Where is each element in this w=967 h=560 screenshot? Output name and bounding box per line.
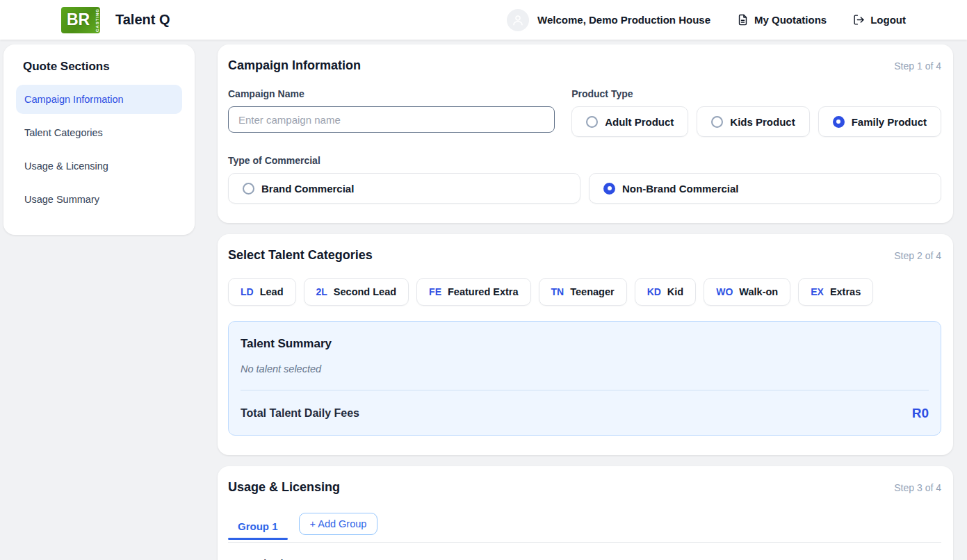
- commercial-option-brand-label: Brand Commercial: [261, 183, 354, 195]
- product-option-kids[interactable]: Kids Product: [697, 106, 809, 137]
- commercial-type-label: Type of Commercial: [228, 155, 941, 166]
- step-indicator-2: Step 2 of 4: [894, 250, 941, 261]
- category-button-second-lead[interactable]: 2L Second Lead: [304, 278, 409, 306]
- top-navbar: BR CASTING Talent Q Welcome, Demo Produc…: [0, 0, 967, 40]
- usage-licensing-card: Usage & Licensing Step 3 of 4 Group 1 + …: [218, 466, 953, 560]
- category-button-extras[interactable]: EX Extras: [798, 278, 873, 306]
- talent-summary-title: Talent Summary: [241, 337, 929, 351]
- step-indicator-1: Step 1 of 4: [894, 60, 941, 72]
- brand-logo: BR CASTING: [61, 7, 100, 33]
- campaign-name-input[interactable]: [228, 106, 555, 133]
- logout-button[interactable]: Logout: [853, 14, 906, 26]
- radio-checked-icon: [603, 183, 615, 195]
- brand-logo-subtext: CASTING: [95, 8, 99, 32]
- radio-unchecked-icon: [586, 116, 598, 128]
- category-label: Lead: [260, 286, 284, 297]
- product-option-kids-label: Kids Product: [730, 116, 795, 128]
- sidebar-item-talent-categories[interactable]: Talent Categories: [16, 118, 182, 147]
- talent-categories-title: Select Talent Categories: [228, 248, 373, 263]
- category-label: Second Lead: [334, 286, 396, 297]
- sidebar-item-usage-summary[interactable]: Usage Summary: [16, 185, 182, 214]
- commercial-option-brand[interactable]: Brand Commercial: [228, 173, 580, 204]
- radio-unchecked-icon: [711, 116, 723, 128]
- document-icon: [737, 14, 749, 26]
- category-label: Walk-on: [739, 286, 778, 297]
- product-option-family[interactable]: Family Product: [818, 106, 941, 137]
- category-code: 2L: [316, 286, 327, 297]
- category-code: FE: [429, 286, 441, 297]
- campaign-name-label: Campaign Name: [228, 88, 555, 99]
- commercial-option-nonbrand[interactable]: Non-Brand Commercial: [589, 173, 941, 204]
- category-label: Extras: [830, 286, 861, 297]
- sidebar-title: Quote Sections: [23, 60, 182, 74]
- category-code: TN: [551, 286, 564, 297]
- category-code: LD: [241, 286, 254, 297]
- radio-checked-icon: [833, 116, 845, 128]
- brand-logo-text: BR: [67, 10, 90, 29]
- user-avatar-icon: [507, 9, 529, 31]
- logout-icon: [853, 14, 865, 26]
- talent-summary-panel: Talent Summary No talent selected Total …: [228, 321, 941, 436]
- product-option-family-label: Family Product: [852, 116, 927, 128]
- add-group-button[interactable]: + Add Group: [299, 513, 378, 535]
- product-option-adult-label: Adult Product: [605, 116, 674, 128]
- commercial-option-nonbrand-label: Non-Brand Commercial: [622, 183, 739, 195]
- category-label: Teenager: [570, 286, 614, 297]
- category-button-featured-extra[interactable]: FE Featured Extra: [416, 278, 530, 306]
- group-tabs: Group 1 + Add Group: [228, 513, 941, 543]
- user-greeting: Welcome, Demo Production House: [507, 9, 710, 31]
- product-option-adult[interactable]: Adult Product: [571, 106, 688, 137]
- category-label: Kid: [667, 286, 683, 297]
- talent-categories-card: Select Talent Categories Step 2 of 4 LD …: [218, 234, 953, 455]
- category-button-lead[interactable]: LD Lead: [228, 278, 296, 306]
- sidebar-item-campaign-information[interactable]: Campaign Information: [16, 85, 182, 114]
- total-fees-label: Total Talent Daily Fees: [241, 407, 359, 420]
- sidebar-item-usage-licensing[interactable]: Usage & Licensing: [16, 151, 182, 181]
- talent-summary-empty-text: No talent selected: [241, 363, 929, 390]
- my-quotations-button[interactable]: My Quotations: [737, 14, 827, 26]
- radio-unchecked-icon: [243, 183, 254, 195]
- quote-sections-sidebar: Quote Sections Campaign Information Tale…: [3, 44, 195, 235]
- category-button-walk-on[interactable]: WO Walk-on: [704, 278, 790, 306]
- talent-category-list: LD Lead 2L Second Lead FE Featured Extra…: [228, 278, 941, 306]
- category-button-kid[interactable]: KD Kid: [635, 278, 697, 306]
- welcome-text: Welcome, Demo Production House: [537, 14, 710, 26]
- category-code: WO: [716, 286, 733, 297]
- app-title: Talent Q: [115, 12, 170, 28]
- campaign-information-card: Campaign Information Step 1 of 4 Campaig…: [218, 44, 953, 223]
- summary-divider: [241, 390, 929, 390]
- product-type-label: Product Type: [571, 88, 941, 99]
- campaign-information-title: Campaign Information: [228, 58, 361, 73]
- step-indicator-3: Step 3 of 4: [894, 482, 941, 493]
- category-code: EX: [811, 286, 824, 297]
- total-fees-value: R0: [912, 406, 929, 421]
- tab-group-1[interactable]: Group 1: [228, 516, 288, 532]
- category-button-teenager[interactable]: TN Teenager: [539, 278, 627, 306]
- usage-licensing-title: Usage & Licensing: [228, 480, 340, 495]
- category-code: KD: [647, 286, 661, 297]
- logout-label: Logout: [870, 14, 906, 26]
- category-label: Featured Extra: [448, 286, 519, 297]
- my-quotations-label: My Quotations: [754, 14, 827, 26]
